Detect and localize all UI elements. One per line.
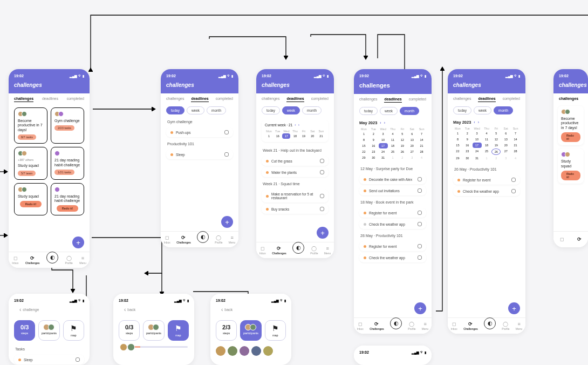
nav-center[interactable]: ◐ bbox=[46, 252, 58, 263]
add-fab[interactable]: + bbox=[508, 302, 520, 314]
prev-month[interactable]: ‹ bbox=[380, 121, 381, 125]
nav-profile[interactable]: ◯Profile bbox=[502, 322, 509, 330]
tile-steps[interactable]: 2/3steps bbox=[216, 320, 237, 341]
participant-avatar[interactable] bbox=[251, 346, 261, 356]
task-row[interactable]: Push-ups bbox=[166, 127, 233, 137]
next-week[interactable]: › bbox=[298, 123, 299, 127]
back-button[interactable]: challenge bbox=[14, 306, 84, 314]
nav-inbox[interactable]: ◻Inbox bbox=[164, 235, 170, 244]
nav-inbox[interactable]: ◻Inbox bbox=[259, 246, 266, 255]
nav-profile[interactable]: ◯Profile bbox=[215, 235, 222, 244]
nav-center[interactable]: ◐ bbox=[390, 317, 402, 329]
day-cell[interactable]: 18 bbox=[388, 143, 398, 148]
tile-participants[interactable]: participants bbox=[38, 320, 59, 341]
task-checkbox[interactable] bbox=[511, 189, 516, 193]
task-row[interactable]: Buy snacks bbox=[262, 204, 329, 214]
day-cell[interactable]: 4 bbox=[511, 156, 520, 161]
task-row[interactable]: Water the plants bbox=[262, 167, 329, 177]
task-checkbox[interactable] bbox=[320, 194, 324, 198]
participant-avatar[interactable] bbox=[240, 346, 249, 356]
task-row[interactable]: Sleep bbox=[14, 355, 84, 364]
day-cell[interactable]: 9 bbox=[369, 137, 378, 143]
day-cell[interactable]: 5 bbox=[398, 131, 407, 137]
tile-participants[interactable]: participants bbox=[143, 320, 164, 341]
day-cell[interactable]: 16 bbox=[463, 143, 472, 148]
day-cell[interactable]: 4 bbox=[417, 155, 426, 160]
add-fab[interactable]: + bbox=[414, 302, 426, 314]
task-checkbox[interactable] bbox=[511, 178, 516, 182]
back-button[interactable]: back bbox=[216, 306, 286, 314]
task-row[interactable]: Register for event bbox=[359, 241, 426, 251]
task-row[interactable]: Make a reservation for 5 at restaurant bbox=[262, 190, 329, 202]
day-cell[interactable]: 4 bbox=[482, 131, 491, 136]
day-cell[interactable]: 3 bbox=[473, 131, 482, 136]
day-cell[interactable]: 2 bbox=[398, 155, 407, 160]
day-cell[interactable]: 26 bbox=[398, 149, 407, 154]
nav-challenges[interactable]: ⟳Challenges bbox=[272, 246, 286, 255]
day-cell[interactable]: 23 bbox=[463, 148, 472, 155]
day-cell[interactable]: 30 bbox=[463, 156, 472, 161]
day-cell[interactable]: 22 bbox=[359, 149, 368, 154]
day-cell[interactable]: 11 bbox=[388, 137, 398, 143]
day-cell[interactable]: 9 bbox=[463, 137, 472, 142]
day-cell[interactable]: 24 bbox=[379, 149, 388, 154]
pill-month[interactable]: month bbox=[207, 106, 226, 114]
nav-menu[interactable]: ≡Menu bbox=[79, 256, 86, 265]
challenge-card[interactable]: +387 others Study squad 5/7 team bbox=[14, 147, 47, 179]
nav-inbox[interactable]: ◻Inbox bbox=[12, 256, 18, 265]
pill-today[interactable]: today bbox=[262, 106, 280, 114]
day-cell[interactable]: 20 bbox=[309, 133, 317, 139]
day-cell[interactable]: 15 bbox=[453, 143, 462, 148]
tab-completed[interactable]: completed bbox=[409, 97, 426, 103]
next-month[interactable]: › bbox=[478, 120, 479, 124]
nav-inbox[interactable]: ◻ bbox=[560, 237, 564, 242]
day-cell[interactable]: 1 bbox=[265, 133, 273, 139]
day-cell[interactable]: 22 bbox=[453, 148, 462, 155]
nav-center[interactable]: ◐ bbox=[292, 242, 304, 254]
task-checkbox[interactable] bbox=[418, 222, 422, 226]
nav-profile[interactable]: ◯Profile bbox=[408, 322, 415, 330]
pill-month[interactable]: month bbox=[494, 106, 513, 114]
day-cell[interactable]: 1 bbox=[453, 131, 462, 136]
task-row[interactable]: Check the weather app bbox=[359, 253, 426, 262]
tab-completed[interactable]: completed bbox=[311, 97, 329, 102]
day-cell[interactable]: 15 bbox=[359, 143, 368, 148]
task-checkbox[interactable] bbox=[418, 244, 422, 248]
day-cell[interactable]: 19 bbox=[300, 133, 308, 139]
day-cell[interactable]: 20 bbox=[501, 143, 510, 148]
day-cell[interactable]: 28 bbox=[511, 148, 520, 155]
task-checkbox[interactable] bbox=[224, 152, 229, 157]
day-cell[interactable]: 21 bbox=[511, 143, 520, 148]
nav-inbox[interactable]: ◻Inbox bbox=[357, 322, 364, 330]
nav-challenges[interactable]: ⟳Challenges bbox=[370, 322, 384, 330]
day-cell[interactable]: 24 bbox=[473, 148, 482, 155]
day-cell[interactable]: 13 bbox=[407, 137, 416, 143]
tab-completed[interactable]: completed bbox=[67, 97, 84, 102]
participant-avatar[interactable] bbox=[228, 346, 237, 356]
day-cell[interactable]: 18 bbox=[291, 133, 299, 139]
task-checkbox[interactable] bbox=[320, 170, 324, 174]
tab-challenges[interactable]: challenges bbox=[14, 97, 33, 102]
day-cell[interactable]: 3 bbox=[379, 131, 388, 137]
day-cell[interactable]: 11 bbox=[482, 137, 491, 142]
prev-week[interactable]: ‹ bbox=[295, 123, 296, 127]
add-fab[interactable]: + bbox=[317, 227, 329, 239]
task-row[interactable]: Check the weather app bbox=[359, 219, 426, 229]
tab-deadlines[interactable]: deadlines bbox=[286, 97, 304, 102]
day-cell[interactable]: 10 bbox=[473, 137, 482, 142]
day-cell[interactable]: 21 bbox=[317, 133, 325, 139]
redo-button[interactable]: Redo it! bbox=[20, 201, 42, 207]
day-cell[interactable]: 29 bbox=[359, 155, 368, 160]
day-cell[interactable]: 16 bbox=[274, 133, 282, 139]
task-checkbox[interactable] bbox=[320, 207, 324, 211]
tab-challenges[interactable]: challenges bbox=[262, 97, 279, 102]
nav-profile[interactable]: ◯Profile bbox=[310, 246, 318, 255]
task-row[interactable]: Register for event bbox=[453, 175, 520, 185]
nav-inbox[interactable]: ◻Inbox bbox=[451, 322, 457, 330]
day-cell[interactable]: 8 bbox=[453, 137, 462, 142]
tab-challenges[interactable]: challenges bbox=[453, 97, 471, 102]
prev-month[interactable]: ‹ bbox=[474, 120, 475, 124]
day-cell[interactable]: 28 bbox=[417, 149, 426, 154]
day-cell[interactable]: 12 bbox=[398, 137, 407, 143]
challenge-card[interactable]: Study squad Redo it! bbox=[558, 148, 584, 184]
